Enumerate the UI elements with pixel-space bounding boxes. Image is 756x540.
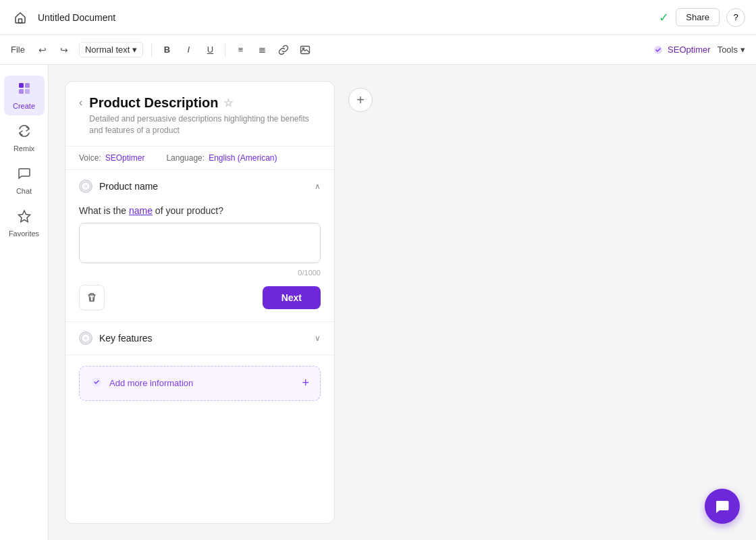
- seo-optimizer-button[interactable]: SEOptimer: [653, 45, 711, 55]
- tools-chevron-icon: ▾: [740, 45, 745, 55]
- card-title-area: Product Description ☆ Detailed and persu…: [89, 95, 321, 136]
- product-name-input[interactable]: [79, 223, 321, 263]
- toolbar: File ↩ ↪ Normal text ▾ B I U ≡ ≣ SEOptim…: [0, 35, 756, 65]
- document-title: Untitled Document: [38, 12, 651, 23]
- product-name-header[interactable]: Product name ∧: [65, 170, 334, 202]
- char-count: 0/1000: [79, 269, 321, 277]
- bold-button[interactable]: B: [157, 40, 176, 59]
- toolbar-right: SEOptimer Tools ▾: [653, 45, 745, 55]
- chat-icon: [17, 166, 32, 184]
- back-button[interactable]: ‹: [79, 97, 82, 109]
- key-features-title: Key features: [99, 333, 153, 344]
- product-name-title: Product name: [99, 181, 158, 192]
- key-features-chevron-icon: ∨: [315, 333, 321, 343]
- image-button[interactable]: [296, 40, 315, 59]
- favorite-star-icon[interactable]: ☆: [223, 97, 233, 109]
- voice-value[interactable]: SEOptimer: [105, 153, 145, 163]
- file-menu[interactable]: File: [11, 45, 25, 55]
- product-name-step-icon: [79, 180, 92, 193]
- link-button[interactable]: [274, 40, 293, 59]
- svg-marker-8: [18, 211, 30, 222]
- add-more-plus-icon: +: [302, 376, 309, 390]
- status-check-icon: ✓: [659, 10, 669, 25]
- sidebar-item-chat[interactable]: Chat: [4, 161, 45, 200]
- delete-button[interactable]: [79, 285, 105, 310]
- numbered-list-button[interactable]: ≣: [252, 40, 271, 59]
- product-name-chevron-icon: ∧: [315, 182, 321, 191]
- card-subtitle: Detailed and persuasive descriptions hig…: [89, 113, 321, 136]
- seo-label: SEOptimer: [668, 45, 711, 55]
- toolbar-divider-2: [225, 43, 225, 57]
- text-style-label: Normal text: [85, 45, 130, 55]
- tools-menu[interactable]: Tools ▾: [718, 45, 745, 55]
- remix-label: Remix: [14, 144, 34, 153]
- create-label: Create: [13, 102, 35, 110]
- share-button[interactable]: Share: [676, 8, 720, 26]
- bullet-list-button[interactable]: ≡: [231, 40, 250, 59]
- svg-rect-0: [19, 19, 22, 23]
- language-label: Language:: [166, 153, 205, 163]
- add-block-button[interactable]: +: [348, 88, 373, 112]
- chat-bubble-button[interactable]: [705, 489, 740, 524]
- favorites-label: Favorites: [9, 230, 39, 238]
- svg-rect-5: [25, 83, 30, 88]
- text-style-select[interactable]: Normal text ▾: [79, 42, 143, 57]
- next-button[interactable]: Next: [263, 286, 321, 309]
- sidebar-item-remix[interactable]: Remix: [4, 118, 45, 158]
- svg-rect-6: [19, 89, 24, 94]
- svg-rect-4: [19, 83, 24, 88]
- svg-point-10: [84, 184, 88, 188]
- sidebar-item-favorites[interactable]: Favorites: [4, 203, 45, 243]
- underline-button[interactable]: U: [200, 40, 219, 59]
- main-layout: Create Remix Chat: [0, 65, 756, 540]
- sidebar-item-create[interactable]: Create: [4, 76, 45, 115]
- language-value[interactable]: English (American): [209, 153, 277, 163]
- toolbar-divider-1: [151, 43, 152, 57]
- product-name-actions: Next: [79, 285, 321, 310]
- product-name-body: What is the name of your product? 0/1000…: [65, 205, 334, 321]
- favorites-icon: [17, 209, 32, 227]
- add-more-section[interactable]: Add more information +: [79, 366, 321, 401]
- add-more-icon: [90, 376, 103, 391]
- sidebar: Create Remix Chat: [0, 65, 49, 540]
- redo-button[interactable]: ↪: [55, 40, 74, 59]
- italic-button[interactable]: I: [179, 40, 198, 59]
- style-chevron-icon: ▾: [132, 45, 137, 55]
- undo-button[interactable]: ↩: [33, 40, 52, 59]
- product-name-question: What is the name of your product?: [79, 205, 321, 216]
- topbar: Untitled Document ✓ Share ?: [0, 0, 756, 35]
- chat-label: Chat: [16, 187, 32, 195]
- svg-rect-7: [25, 89, 30, 94]
- svg-rect-1: [301, 46, 310, 53]
- product-name-section: Product name ∧ What is the name of your …: [65, 170, 334, 322]
- card-header: ‹ Product Description ☆ Detailed and per…: [65, 82, 334, 146]
- key-features-header[interactable]: Key features ∨: [65, 322, 334, 354]
- voice-label: Voice:: [79, 153, 101, 163]
- remix-icon: [17, 124, 32, 142]
- key-features-section: Key features ∨: [65, 322, 334, 355]
- form-card: ‹ Product Description ☆ Detailed and per…: [65, 81, 335, 524]
- key-features-step-icon: [79, 331, 92, 345]
- topbar-actions: ✓ Share ?: [659, 8, 745, 27]
- svg-point-12: [84, 336, 88, 340]
- help-button[interactable]: ?: [726, 8, 745, 27]
- create-icon: [17, 81, 32, 99]
- add-more-label: Add more information: [109, 378, 193, 388]
- voice-language-row: Voice: SEOptimer Language: English (Amer…: [65, 146, 334, 170]
- card-title-text: Product Description: [89, 95, 218, 111]
- content-area: ‹ Product Description ☆ Detailed and per…: [49, 65, 756, 540]
- home-icon[interactable]: [11, 8, 30, 27]
- card-title: Product Description ☆: [89, 95, 321, 111]
